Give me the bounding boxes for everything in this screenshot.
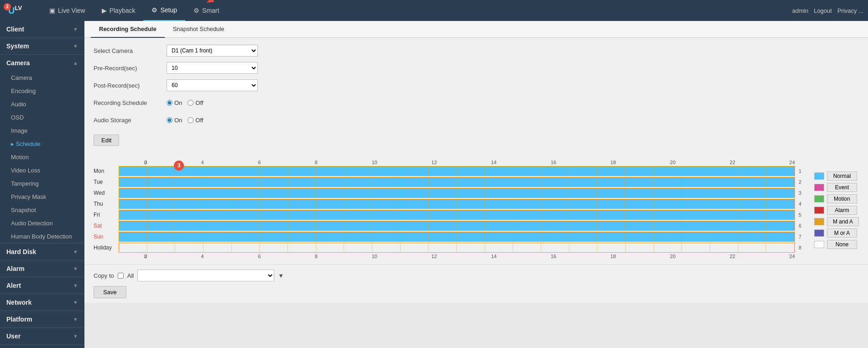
cell[interactable]: [541, 210, 570, 219]
grid-cells-sun[interactable]: [119, 232, 795, 242]
cell[interactable]: [457, 210, 485, 219]
cell[interactable]: [485, 210, 513, 219]
cell[interactable]: [175, 188, 204, 197]
grid-cells-sat[interactable]: [119, 221, 795, 231]
save-button[interactable]: Save: [94, 286, 126, 298]
cell[interactable]: [710, 166, 738, 176]
cell[interactable]: [372, 166, 401, 176]
cell[interactable]: [147, 166, 176, 176]
cell[interactable]: [682, 177, 710, 187]
cell[interactable]: [232, 199, 260, 208]
cell[interactable]: [232, 177, 260, 187]
sidebar-item-audio[interactable]: Audio: [0, 98, 84, 111]
cell[interactable]: [372, 243, 401, 252]
sidebar-header-maintenance[interactable]: Maintenance ▼: [0, 345, 84, 348]
cell[interactable]: [485, 199, 513, 208]
cell[interactable]: [485, 166, 513, 176]
cell[interactable]: [457, 232, 485, 241]
cell[interactable]: [654, 232, 682, 241]
cell[interactable]: [288, 221, 316, 230]
cell[interactable]: [766, 199, 795, 208]
cell[interactable]: [682, 188, 710, 197]
cell[interactable]: [710, 221, 738, 230]
nav-smart[interactable]: ⚙ Smart 1: [185, 0, 227, 21]
cell[interactable]: [344, 188, 372, 197]
cell[interactable]: [766, 166, 795, 176]
cell[interactable]: [738, 199, 767, 208]
copy-all-checkbox[interactable]: [118, 273, 124, 279]
cell[interactable]: [654, 166, 682, 176]
sidebar-header-network[interactable]: Network ▼: [0, 294, 84, 311]
cell[interactable]: [710, 177, 738, 187]
cell[interactable]: [119, 232, 147, 241]
sidebar-item-encoding[interactable]: Encoding: [0, 84, 84, 98]
cell[interactable]: [485, 243, 513, 252]
tab-snapshot-schedule[interactable]: Snapshot Schedule: [165, 21, 233, 38]
cell[interactable]: [710, 232, 738, 241]
grid-cells-fri[interactable]: [119, 210, 795, 220]
cell[interactable]: [429, 221, 457, 230]
grid-cells-holiday[interactable]: [119, 243, 795, 253]
cell[interactable]: [682, 210, 710, 219]
cell[interactable]: [485, 221, 513, 230]
cell[interactable]: [288, 166, 316, 176]
cell[interactable]: [232, 221, 260, 230]
cell[interactable]: [232, 232, 260, 241]
cell[interactable]: [597, 199, 626, 208]
nav-logout[interactable]: Logout: [814, 7, 832, 14]
cell[interactable]: [288, 188, 316, 197]
cell[interactable]: [541, 232, 570, 241]
cell[interactable]: [513, 188, 541, 197]
cell[interactable]: [372, 199, 401, 208]
legend-btn-event[interactable]: Event: [827, 183, 857, 192]
cell[interactable]: [626, 221, 654, 230]
cell[interactable]: [288, 199, 316, 208]
cell[interactable]: [344, 199, 372, 208]
sidebar-header-client[interactable]: Client ▼: [0, 21, 84, 37]
nav-playback[interactable]: ▶ Playback: [94, 0, 144, 21]
cell[interactable]: [429, 177, 457, 187]
audio-storage-on-radio[interactable]: On: [167, 117, 182, 124]
cell[interactable]: [119, 243, 147, 252]
cell[interactable]: [766, 210, 795, 219]
cell[interactable]: [316, 177, 345, 187]
cell[interactable]: [175, 221, 204, 230]
sidebar-item-motion[interactable]: Motion: [0, 151, 84, 164]
cell[interactable]: [147, 199, 176, 208]
sidebar-item-video-loss[interactable]: Video Loss: [0, 164, 84, 177]
cell[interactable]: [344, 166, 372, 176]
cell[interactable]: [260, 243, 288, 252]
cell[interactable]: [457, 177, 485, 187]
legend-btn-motion[interactable]: Motion: [827, 194, 857, 203]
cell[interactable]: [654, 221, 682, 230]
cell[interactable]: [401, 221, 429, 230]
cell[interactable]: [513, 232, 541, 241]
sidebar-item-camera[interactable]: Camera: [0, 71, 84, 84]
cell[interactable]: [401, 243, 429, 252]
cell[interactable]: [597, 221, 626, 230]
cell[interactable]: [316, 210, 345, 219]
grid-cells-mon[interactable]: [119, 166, 795, 176]
sidebar-item-tampering[interactable]: Tampering: [0, 177, 84, 190]
cell[interactable]: [316, 199, 345, 208]
cell[interactable]: [175, 177, 204, 187]
select-camera-dropdown[interactable]: D1 (Cam 1 front) D2 D3 D4: [167, 45, 258, 57]
cell[interactable]: [429, 232, 457, 241]
cell[interactable]: [766, 177, 795, 187]
grid-cells-thu[interactable]: [119, 199, 795, 209]
cell[interactable]: [316, 243, 345, 252]
cell[interactable]: [766, 232, 795, 241]
cell[interactable]: [457, 199, 485, 208]
sidebar-item-privacy-mask[interactable]: Privacy Mask: [0, 190, 84, 203]
sidebar-header-alert[interactable]: Alert ▼: [0, 277, 84, 294]
cell[interactable]: [119, 177, 147, 187]
sidebar-header-alarm[interactable]: Alarm ▼: [0, 260, 84, 277]
cell[interactable]: [401, 166, 429, 176]
cell[interactable]: [654, 199, 682, 208]
cell[interactable]: [541, 188, 570, 197]
cell[interactable]: [401, 188, 429, 197]
cell[interactable]: [541, 177, 570, 187]
cell[interactable]: [204, 232, 232, 241]
cell[interactable]: [570, 243, 598, 252]
recording-schedule-off-radio[interactable]: Off: [188, 99, 203, 106]
